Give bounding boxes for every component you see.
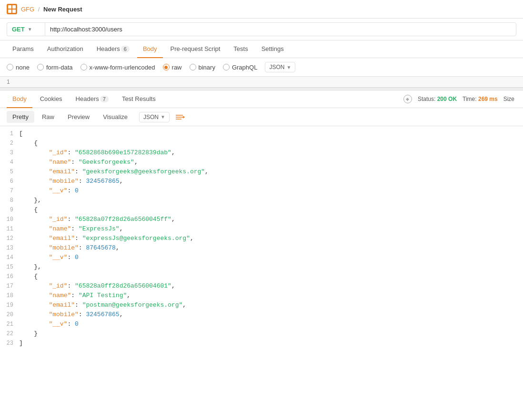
json-line: 3 "_id": "6582868b690e157282839dab",: [0, 149, 523, 159]
breadcrumb: GFG / New Request: [21, 6, 82, 13]
chevron-down-icon: ▼: [161, 114, 165, 120]
resp-tab-headers-label: Headers: [76, 95, 99, 102]
json-line: 19 "email": "postman@geeksforgeeks.org",: [0, 301, 523, 311]
resp-tab-testresults[interactable]: Test Results: [116, 90, 161, 108]
resp-tab-headers[interactable]: Headers7: [70, 90, 114, 108]
radio-urlencoded-label: x-www-form-urlencoded: [90, 64, 155, 71]
json-view-selector-label: JSON: [143, 114, 159, 120]
view-tab-preview[interactable]: Preview: [62, 111, 95, 123]
resp-headers-badge: 7: [100, 96, 109, 102]
view-tab-pretty-label: Pretty: [12, 113, 29, 120]
json-line: 15 },: [0, 263, 523, 273]
request-tabs: Params Authorization Headers6 Body Pre-r…: [0, 40, 523, 58]
json-output: 1[2 {3 "_id": "6582868b690e157282839dab"…: [0, 126, 523, 353]
body-type-row: none form-data x-www-form-urlencoded raw…: [0, 58, 523, 77]
resp-tab-testresults-label: Test Results: [122, 95, 156, 102]
json-line: 16 {: [0, 273, 523, 282]
response-tabs: Body Cookies Headers7 Test Results: [7, 90, 402, 108]
json-line: 13 "mobile": 87645678,: [0, 244, 523, 254]
radio-raw[interactable]: raw: [163, 64, 182, 71]
tab-headers[interactable]: Headers6: [91, 40, 135, 58]
radio-binary[interactable]: binary: [190, 64, 215, 71]
json-line: 7 "__v": 0: [0, 187, 523, 197]
radio-none-label: none: [16, 64, 30, 71]
breadcrumb-sep: /: [38, 6, 40, 13]
tab-authorization-label: Authorization: [47, 45, 83, 52]
json-line: 22 }: [0, 330, 523, 340]
headers-badge: 6: [121, 46, 130, 52]
view-tab-preview-label: Preview: [68, 113, 90, 120]
json-line: 4 "name": "Geeksforgeeks",: [0, 159, 523, 168]
resp-tab-cookies[interactable]: Cookies: [34, 90, 68, 108]
view-tab-raw[interactable]: Raw: [36, 111, 60, 123]
radio-binary-label: binary: [199, 64, 215, 71]
request-name: New Request: [43, 6, 82, 13]
json-line: 10 "_id": "65828a07f28d26a6560045ff",: [0, 216, 523, 225]
radio-none-dot: [7, 64, 13, 70]
tab-prerequest-label: Pre-request Script: [171, 45, 221, 52]
wrap-button[interactable]: [175, 113, 185, 121]
resp-tab-body[interactable]: Body: [7, 90, 32, 108]
response-status: ◆ Status: 200 OK Time: 269 ms Size: [402, 95, 516, 103]
view-tab-pretty[interactable]: Pretty: [7, 111, 34, 123]
json-line: 6 "mobile": 324567865,: [0, 178, 523, 187]
json-type-selector[interactable]: JSON ▼: [265, 62, 295, 72]
tab-tests-label: Tests: [233, 45, 248, 52]
time-value: 269 ms: [478, 96, 498, 102]
json-line: 1[: [0, 130, 523, 140]
json-line: 21 "__v": 0: [0, 320, 523, 330]
workspace-name[interactable]: GFG: [21, 6, 34, 13]
svg-rect-2: [8, 10, 11, 13]
radio-graphql[interactable]: GraphQL: [223, 64, 257, 71]
view-tab-visualize-label: Visualize: [103, 113, 128, 120]
json-line: 8 },: [0, 197, 523, 206]
url-input[interactable]: [45, 22, 516, 36]
chevron-down-icon: ▼: [28, 27, 32, 32]
radio-none[interactable]: none: [7, 64, 30, 71]
radio-urlencoded[interactable]: x-www-form-urlencoded: [80, 64, 155, 71]
radio-urlencoded-dot: [80, 64, 87, 70]
method-selector[interactable]: GET ▼: [7, 22, 45, 36]
radio-formdata-label: form-data: [46, 64, 73, 71]
json-line: 12 "email": "expressJs@geeksforgeeks.org…: [0, 235, 523, 244]
request-body-editor-line: 1: [0, 77, 523, 88]
view-tab-visualize[interactable]: Visualize: [97, 111, 133, 123]
json-line: 17 "_id": "65828a0ff28d26a656004601",: [0, 282, 523, 292]
tab-body[interactable]: Body: [137, 40, 163, 58]
radio-graphql-dot: [223, 64, 230, 70]
tab-tests[interactable]: Tests: [228, 40, 253, 58]
radio-formdata-dot: [37, 64, 44, 70]
json-line: 2 {: [0, 140, 523, 149]
size-label: Size: [503, 96, 514, 102]
json-line: 23]: [0, 340, 523, 349]
tab-prerequest[interactable]: Pre-request Script: [165, 40, 226, 58]
view-tab-raw-label: Raw: [42, 113, 54, 120]
status-label: Status: 200 OK: [418, 96, 457, 102]
svg-rect-3: [12, 10, 16, 13]
json-view-selector[interactable]: JSON ▼: [139, 112, 170, 122]
radio-binary-dot: [190, 64, 196, 70]
time-label: Time: 269 ms: [463, 96, 498, 102]
tab-params[interactable]: Params: [7, 40, 40, 58]
globe-icon[interactable]: ◆: [403, 95, 412, 103]
tab-authorization[interactable]: Authorization: [41, 40, 89, 58]
radio-raw-label: raw: [172, 64, 182, 71]
tab-settings[interactable]: Settings: [256, 40, 290, 58]
radio-raw-dot: [163, 64, 170, 70]
json-line: 20 "mobile": 324567865,: [0, 311, 523, 320]
json-line: 14 "__v": 0: [0, 254, 523, 263]
response-tabs-row: Body Cookies Headers7 Test Results ◆ Sta…: [0, 90, 523, 108]
chevron-down-icon: ▼: [286, 65, 291, 70]
json-line: 9 {: [0, 206, 523, 216]
tab-params-label: Params: [12, 45, 34, 52]
app-icon: [7, 4, 17, 14]
top-bar: GFG / New Request: [0, 0, 523, 19]
tab-headers-label: Headers: [97, 45, 120, 52]
radio-formdata[interactable]: form-data: [37, 64, 73, 71]
radio-graphql-label: GraphQL: [232, 64, 257, 71]
json-line: 11 "name": "ExpressJs",: [0, 225, 523, 235]
svg-rect-1: [12, 5, 16, 9]
resp-tab-body-label: Body: [12, 95, 27, 102]
line-number-1: 1: [7, 79, 10, 85]
url-bar: GET ▼: [0, 19, 523, 40]
